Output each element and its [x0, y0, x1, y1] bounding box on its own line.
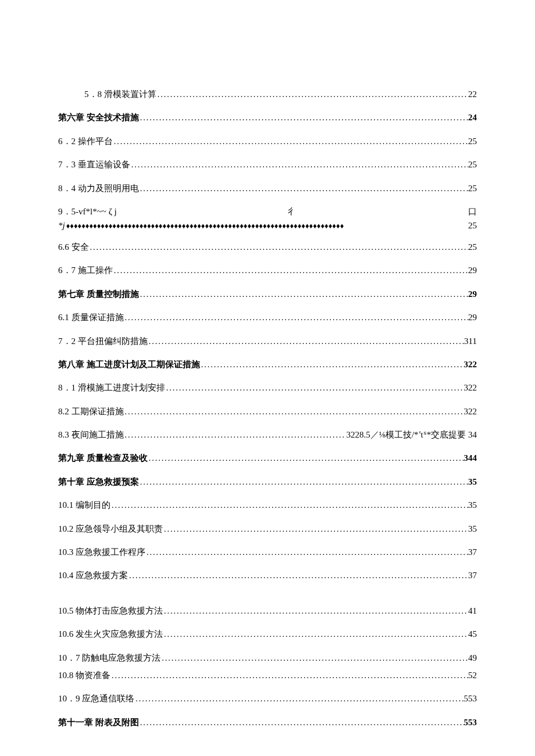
toc-entry: 7．2 平台扭偏纠防措施............................…	[58, 334, 477, 348]
toc-middle-text: 彳	[286, 205, 299, 218]
toc-leader-dots: ........................................…	[156, 88, 468, 101]
toc-entry: 第十章 应急救援预案..............................…	[58, 475, 477, 489]
toc-entry: 9．5-vf*l*~~ ζ j彳口	[58, 205, 477, 218]
toc-page-number: 29	[468, 263, 477, 277]
toc-leader-dots: ........................................…	[200, 359, 464, 371]
toc-entry: 7．3 垂直运输设备..............................…	[58, 157, 477, 171]
toc-label: 7．2 平台扭偏纠防措施	[58, 334, 148, 348]
toc-label: 6.1 质量保证措施	[58, 310, 124, 324]
toc-page-number: 29	[468, 287, 477, 301]
toc-page-number: 37	[468, 568, 477, 582]
toc-label: 10.2 应急领导小组及其职责	[58, 522, 163, 536]
toc-label: 第十章 应急救援预案	[58, 475, 139, 489]
toc-leader-dots: ........................................…	[145, 546, 468, 559]
toc-leader-dots: ........................................…	[148, 452, 464, 465]
toc-page-number: 322	[464, 404, 477, 418]
toc-leader-dots: ........................................…	[124, 311, 469, 324]
toc-entry: 8．1 滑模施工进度计划安排..........................…	[58, 381, 477, 395]
toc-page-number: 24	[468, 110, 477, 124]
toc-page-number: 25	[468, 157, 477, 171]
toc-entry: 10．9 应急通信联络.............................…	[58, 691, 477, 705]
toc-leader-dots: ........................................…	[128, 569, 468, 582]
toc-entry: 6.1 质量保证措施..............................…	[58, 310, 477, 324]
toc-label: 10.1 编制目的	[58, 498, 110, 512]
toc-page-number: 22	[468, 87, 477, 101]
table-of-contents: 5．8 滑模装置计算..............................…	[58, 87, 477, 729]
toc-leader-dots: ........................................…	[124, 429, 347, 442]
toc-label: 8．4 动力及照明用电	[58, 181, 139, 195]
toc-entry: 10.8 物资准备...............................…	[58, 668, 477, 682]
toc-right-text: 口	[468, 205, 477, 218]
toc-label: 10.5 物体打击应急救援方法	[58, 604, 163, 618]
toc-leader-dots: ........................................…	[148, 335, 464, 348]
toc-page-number: 49	[468, 651, 477, 665]
toc-entry: 第六章 安全技术措施..............................…	[58, 110, 477, 124]
toc-entry: 10.6 发生火灾应急救援方法 ........................…	[58, 627, 477, 641]
toc-page-text: 3228.5／⅛模工技/*ˈtˢ*交底提要 34	[346, 428, 477, 442]
toc-label: 8．1 滑模施工进度计划安排	[58, 381, 165, 395]
toc-page-number: 41	[468, 604, 477, 618]
toc-page-number: 553	[464, 715, 477, 729]
toc-leader-dots: ........................................…	[113, 264, 468, 277]
toc-leader-dots: ........................................…	[163, 628, 468, 641]
toc-page-number: 25	[468, 181, 477, 195]
toc-leader-dots: ........................................…	[139, 288, 468, 301]
toc-label: 10.6 发生火灾应急救援方法	[58, 627, 163, 641]
toc-entry: 6．7 施工操作................................…	[58, 263, 477, 277]
toc-leader-diamonds: ♦♦♦♦♦♦♦♦♦♦♦♦♦♦♦♦♦♦♦♦♦♦♦♦♦♦♦♦♦♦♦♦♦♦♦♦♦♦♦♦…	[65, 221, 468, 231]
toc-page-number: 37	[468, 545, 477, 559]
toc-label: 第七章 质量控制措施	[58, 287, 139, 301]
toc-label: 6．2 操作平台	[58, 134, 113, 148]
toc-label: 第十一章 附表及附图	[58, 715, 139, 729]
toc-leader-dots: ........................................…	[165, 382, 464, 395]
toc-entry: 10.5 物体打击应急救援方法 ........................…	[58, 604, 477, 618]
toc-label: 第六章 安全技术措施	[58, 110, 139, 124]
toc-page-number: 322	[464, 381, 477, 395]
toc-page-number: 344	[464, 451, 477, 465]
toc-entry: 第十一章 附表及附图..............................…	[58, 715, 477, 729]
toc-label: 10.3 应急救援工作程序	[58, 545, 145, 559]
toc-entry: 10.3 应急救援工作程序...........................…	[58, 545, 477, 559]
toc-leader-dots: ........................................…	[139, 112, 468, 124]
toc-leader-dots: ........................................…	[113, 135, 468, 148]
toc-entry: 10.2 应急领导小组及其职责.........................…	[58, 522, 477, 536]
toc-label: 10．9 应急通信联络	[58, 691, 134, 705]
toc-label: 9．5-vf*l*~~ ζ j	[58, 205, 117, 218]
toc-entry: 8.2 工期保证措施..............................…	[58, 404, 477, 418]
toc-leader-dots: ........................................…	[89, 241, 469, 254]
toc-label: 第八章 施工进度计划及工期保证措施	[58, 357, 200, 371]
toc-label: 5．8 滑模装置计算	[84, 87, 156, 101]
toc-entry: 6．2 操作平台................................…	[58, 134, 477, 148]
toc-page-number: 35	[468, 498, 477, 512]
toc-entry: 6.6 安全..................................…	[58, 240, 477, 254]
toc-page-number: 25	[468, 221, 477, 231]
toc-entry-continuation: *j♦♦♦♦♦♦♦♦♦♦♦♦♦♦♦♦♦♦♦♦♦♦♦♦♦♦♦♦♦♦♦♦♦♦♦♦♦♦…	[58, 221, 477, 231]
toc-leader-dots: ........................................…	[110, 669, 468, 682]
toc-leader-dots: ........................................…	[110, 499, 468, 512]
toc-entry: 第七章 质量控制措施..............................…	[58, 287, 477, 301]
toc-leader-dots: ........................................…	[124, 406, 464, 418]
toc-page-number: 322	[464, 357, 477, 371]
toc-page-number: 553	[464, 691, 477, 705]
toc-entry: 10.4 应急救援方案.............................…	[58, 568, 477, 582]
toc-page-number: 25	[468, 240, 477, 254]
toc-page-number: 25	[468, 134, 477, 148]
toc-entry: 8．4 动力及照明用电.............................…	[58, 181, 477, 195]
toc-leader-dots: ........................................…	[163, 605, 468, 618]
toc-label: 6．7 施工操作	[58, 263, 113, 277]
toc-label: *j	[58, 221, 65, 231]
toc-entry: 第九章 质量检查及验收.............................…	[58, 451, 477, 465]
toc-label: 8.3 夜间施工措施	[58, 428, 124, 442]
toc-entry: 5．8 滑模装置计算..............................…	[58, 87, 477, 101]
toc-leader-dots: ........................................…	[139, 476, 468, 489]
toc-label: 6.6 安全	[58, 240, 89, 254]
toc-leader-dots: ........................................…	[163, 523, 468, 536]
toc-label: 10.4 应急救援方案	[58, 568, 128, 582]
toc-entry: 第八章 施工进度计划及工期保证措施.......................…	[58, 357, 477, 371]
toc-page-number: 45	[468, 627, 477, 641]
toc-page-number: 52	[468, 668, 477, 682]
toc-label: 10.8 物资准备	[58, 668, 110, 682]
toc-entry: 10．7 防触电应急救援方法 .........................…	[58, 651, 477, 665]
toc-entry: 8.3 夜间施工措施 .............................…	[58, 428, 477, 442]
toc-leader-dots: ........................................…	[134, 693, 463, 705]
